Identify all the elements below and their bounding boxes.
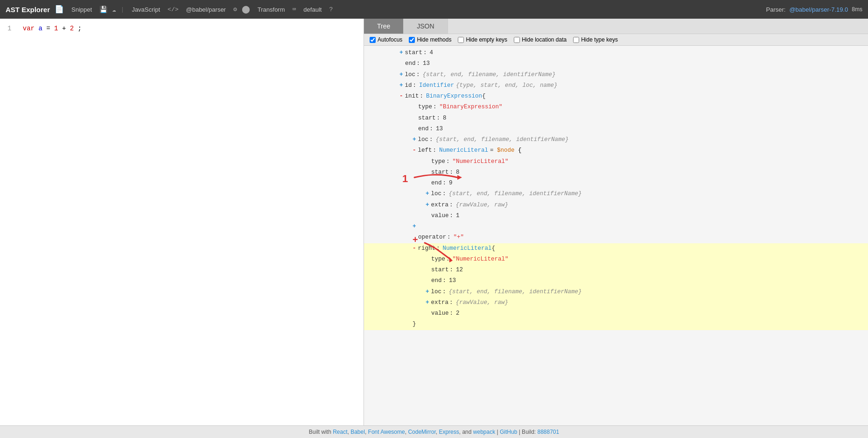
footer-react-link[interactable]: React bbox=[333, 429, 347, 435]
tree-line: value:1 bbox=[364, 211, 868, 221]
tree-string-value: "NumericLiteral" bbox=[453, 157, 509, 167]
tree-expand-btn[interactable]: + bbox=[426, 200, 429, 210]
tree-collapse-btn[interactable]: - bbox=[413, 244, 416, 254]
tree-expand-btn[interactable]: + bbox=[426, 287, 429, 297]
help-icon[interactable]: ? bbox=[329, 6, 333, 13]
footer-babel-link[interactable]: Babel bbox=[350, 429, 365, 435]
tree-type-value[interactable]: Identifier bbox=[419, 81, 454, 91]
opt-hide-location[interactable]: Hide location data bbox=[514, 36, 567, 43]
tree-type-value[interactable]: NumericLiteral bbox=[443, 244, 492, 254]
tree-key: loc bbox=[405, 70, 416, 80]
tree-line: +loc:{start, end, filename, identifierNa… bbox=[364, 70, 868, 80]
footer-codemirror-link[interactable]: CodeMirror bbox=[408, 429, 435, 435]
tree-number-value: 12 bbox=[456, 265, 463, 275]
tree-colon: : bbox=[417, 59, 420, 69]
tree-colon: : bbox=[446, 254, 450, 264]
tree-key: loc bbox=[418, 135, 429, 145]
tree-key: value bbox=[431, 211, 449, 221]
footer-build-number-link[interactable]: 8888701 bbox=[537, 429, 559, 435]
tree-number-value: 9 bbox=[449, 178, 453, 188]
tree-collapse-btn[interactable]: - bbox=[399, 92, 403, 101]
tab-tree[interactable]: Tree bbox=[364, 19, 404, 34]
tree-collapsed-extra: {type, start, end, loc, name} bbox=[456, 82, 558, 89]
num2: 2 bbox=[70, 25, 74, 32]
tree-line: end:13 bbox=[364, 58, 868, 69]
tree-expand-btn[interactable]: + bbox=[399, 70, 403, 80]
opt-hide-methods-label: Hide methods bbox=[417, 36, 451, 43]
tree-key: end bbox=[431, 276, 442, 286]
snippet-button[interactable]: Snippet bbox=[69, 5, 95, 14]
kw-var: var bbox=[23, 25, 35, 32]
opt-hide-location-checkbox[interactable] bbox=[514, 37, 520, 43]
tree-colon: : bbox=[430, 124, 434, 134]
tree-expand-btn[interactable]: + bbox=[426, 189, 429, 199]
tree-key: type bbox=[418, 102, 432, 112]
tree-expand-plus[interactable]: + bbox=[413, 222, 416, 232]
tree-colon: : bbox=[450, 168, 454, 177]
tree-number-value: 8 bbox=[443, 113, 447, 123]
tree-key: start bbox=[431, 265, 449, 275]
tree-expand-btn[interactable]: + bbox=[399, 48, 403, 58]
transform-button[interactable]: Transform bbox=[255, 5, 288, 14]
opt-hide-type-checkbox[interactable] bbox=[573, 37, 579, 43]
tree-colon: : bbox=[442, 287, 446, 297]
keyboard-icon: ⌨ bbox=[293, 6, 296, 13]
tree-line: -right:NumericLiteral { bbox=[364, 243, 868, 254]
right-pane-wrapper: Tree JSON Autofocus Hide methods Hide em… bbox=[364, 19, 868, 425]
opt-autofocus-checkbox[interactable] bbox=[370, 37, 376, 43]
tree-line: end:13 bbox=[364, 124, 868, 134]
tree-line: type:"BinaryExpression" bbox=[364, 102, 868, 113]
tree-colon: : bbox=[436, 244, 440, 254]
opt-autofocus[interactable]: Autofocus bbox=[370, 36, 402, 43]
language-button[interactable]: JavaScript bbox=[129, 5, 163, 14]
tree-number-value: 13 bbox=[423, 59, 430, 69]
tree-colon: : bbox=[442, 189, 446, 199]
code-icon: </> bbox=[168, 6, 178, 13]
editor-content[interactable]: 1 var a = 1 + 2 ; bbox=[0, 19, 364, 38]
tree-line: operator:"+" bbox=[364, 232, 868, 243]
tree-brace-close: } bbox=[413, 319, 416, 329]
opt-hide-empty-checkbox[interactable] bbox=[458, 37, 464, 43]
tree-content[interactable]: +start:4end:13+loc:{start, end, filename… bbox=[364, 46, 868, 425]
tree-string-value: "+" bbox=[454, 233, 464, 242]
tree-type-value[interactable]: BinaryExpression bbox=[426, 92, 482, 101]
tree-colon: : bbox=[449, 298, 453, 308]
tree-key: operator bbox=[418, 233, 446, 242]
parser-version-link[interactable]: @babel/parser-7.19.0 bbox=[789, 6, 848, 13]
opt-hide-empty[interactable]: Hide empty keys bbox=[458, 36, 507, 43]
opt-hide-type[interactable]: Hide type keys bbox=[573, 36, 618, 43]
tree-expand-btn[interactable]: + bbox=[399, 81, 403, 91]
tree-colon: : bbox=[437, 113, 441, 123]
footer-express-link[interactable]: Express bbox=[439, 429, 459, 435]
footer: Built with React, Babel, Font Awesome, C… bbox=[0, 425, 868, 438]
tree-key: start bbox=[405, 48, 423, 58]
opt-hide-type-label: Hide type keys bbox=[581, 36, 618, 43]
footer-github-link[interactable]: GitHub bbox=[500, 429, 517, 435]
footer-built-with: Built with bbox=[309, 429, 333, 435]
footer-build-label: | Build: bbox=[519, 429, 538, 435]
tree-colon: : bbox=[443, 178, 447, 188]
tree-string-value: "NumericLiteral" bbox=[453, 254, 509, 264]
editor-pane: 1 var a = 1 + 2 ; bbox=[0, 19, 364, 425]
footer-webpack-link[interactable]: webpack bbox=[473, 429, 495, 435]
tree-colon: : bbox=[446, 157, 450, 167]
footer-fontawesome-link[interactable]: Font Awesome bbox=[368, 429, 405, 435]
tree-collapse-btn[interactable]: - bbox=[413, 146, 416, 155]
tree-line: +id:Identifier{type, start, end, loc, na… bbox=[364, 80, 868, 91]
tree-colon: : bbox=[447, 233, 451, 242]
toggle-icon[interactable]: ⬤ bbox=[242, 5, 250, 14]
default-button[interactable]: default bbox=[301, 5, 324, 14]
tree-key: init bbox=[405, 92, 419, 101]
opt-hide-empty-label: Hide empty keys bbox=[466, 36, 507, 43]
gear-icon[interactable]: ⚙ bbox=[233, 6, 237, 13]
tree-expand-btn[interactable]: + bbox=[426, 298, 429, 308]
tree-line: type:"NumericLiteral" bbox=[364, 156, 868, 167]
opt-hide-methods-checkbox[interactable] bbox=[409, 37, 415, 43]
opt-hide-methods[interactable]: Hide methods bbox=[409, 36, 451, 43]
tree-expand-btn[interactable]: + bbox=[413, 135, 416, 145]
tree-key: loc bbox=[431, 287, 442, 297]
parser-button[interactable]: @babel/parser bbox=[183, 5, 228, 14]
tree-type-value[interactable]: NumericLiteral bbox=[439, 146, 488, 155]
tab-json[interactable]: JSON bbox=[404, 19, 448, 34]
tree-line: +start:4 bbox=[364, 48, 868, 58]
